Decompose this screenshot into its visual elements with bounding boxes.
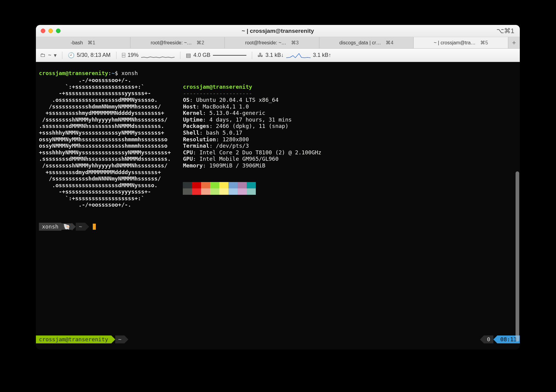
new-tab-button[interactable]: + bbox=[508, 37, 520, 48]
chevron-down-icon: ▾ bbox=[54, 52, 57, 59]
bottom-userhost: crossjam@transerenity bbox=[36, 335, 111, 343]
prompt-command: xonsh bbox=[121, 70, 138, 76]
powerline-arrow-icon bbox=[72, 223, 76, 231]
status-net-down-label: 3.1 kB↓ bbox=[266, 52, 284, 58]
status-net-up-label: 3.1 kB↑ bbox=[313, 52, 331, 58]
info-header: crossjam@transerenity bbox=[183, 84, 252, 90]
status-clock-label: 5/30, 8:13 AM bbox=[77, 52, 111, 58]
tab-label: -bash bbox=[71, 40, 83, 46]
status-mem: ▤ 4.0 GB bbox=[186, 52, 246, 59]
cursor-icon bbox=[93, 224, 96, 230]
status-folder-label: ~ bbox=[48, 52, 51, 58]
window-shortcut: ⌥⌘1 bbox=[496, 27, 514, 35]
swatch-row-top bbox=[183, 182, 321, 188]
tab-4[interactable]: discogs_data | cr…⌘4 bbox=[319, 37, 414, 48]
prompt-sym: $ bbox=[115, 70, 118, 76]
status-cpu: ⌸ 19% bbox=[122, 52, 175, 59]
prompt-cwd: ~ bbox=[111, 70, 115, 76]
tab-label: root@freeside: ~… bbox=[151, 40, 192, 46]
minimize-icon[interactable] bbox=[48, 29, 53, 33]
xonsh-shell-seg: xonsh bbox=[39, 223, 61, 231]
snail-icon: 🐚 bbox=[61, 223, 72, 230]
bottom-cwd: ~ bbox=[115, 335, 125, 343]
titlebar: ~ | crossjam@transerenity ⌥⌘1 bbox=[36, 25, 520, 37]
powerline-arrow-icon bbox=[111, 335, 115, 343]
color-swatches bbox=[183, 182, 321, 195]
status-bar: 🗀 ~ ▾ 🕘 5/30, 8:13 AM ⌸ 19% ▤ 4.0 GB 🖧 3… bbox=[36, 49, 520, 62]
xonsh-cwd-seg: ~ bbox=[76, 223, 85, 231]
status-mem-label: 4.0 GB bbox=[193, 52, 210, 58]
powerline-arrow-icon bbox=[85, 223, 89, 231]
neofetch-info: crossjam@transerenity ------------------… bbox=[183, 77, 321, 208]
scrollbar[interactable] bbox=[516, 171, 519, 342]
folder-icon: 🗀 bbox=[40, 52, 46, 58]
clock-icon: 🕘 bbox=[68, 52, 75, 59]
tab-bar: -bash⌘1 root@freeside: ~…⌘2 root@freesid… bbox=[36, 37, 520, 49]
powerline-arrow-icon bbox=[493, 335, 497, 343]
terminal-window: ~ | crossjam@transerenity ⌥⌘1 -bash⌘1 ro… bbox=[36, 25, 520, 349]
status-cpu-label: 19% bbox=[128, 52, 139, 58]
xonsh-prompt: xonsh 🐚 ~ bbox=[39, 223, 517, 231]
tab-label: ~ | crossjam@tra… bbox=[434, 40, 475, 46]
tab-5[interactable]: ~ | crossjam@tra…⌘5 bbox=[414, 37, 508, 48]
neofetch-output: .-/+oossssoo+/-. `:+ssssssssssssssssss+:… bbox=[39, 77, 517, 208]
info-separator: --------------------- bbox=[183, 90, 252, 96]
neofetch-logo: .-/+oossssoo+/-. `:+ssssssssssssssssss+:… bbox=[39, 77, 171, 208]
powerline-arrow-icon bbox=[124, 335, 128, 343]
prompt-user: crossjam@transerenity bbox=[39, 70, 108, 76]
info-list: OS: Ubuntu 20.04.4 LTS x86_64 Host: MacB… bbox=[183, 97, 321, 169]
network-icon: 🖧 bbox=[258, 52, 263, 58]
tab-label: root@freeside: ~… bbox=[245, 40, 286, 46]
mem-sparkline-icon bbox=[213, 52, 246, 59]
tab-3[interactable]: root@freeside: ~…⌘3 bbox=[225, 37, 319, 48]
window-title: ~ | crossjam@transerenity bbox=[36, 28, 520, 34]
status-folder[interactable]: 🗀 ~ ▾ bbox=[40, 52, 57, 59]
status-clock: 🕘 5/30, 8:13 AM bbox=[68, 52, 111, 59]
tab-shortcut: ⌘3 bbox=[291, 40, 299, 46]
tab-label: discogs_data | cr… bbox=[339, 40, 381, 46]
tab-shortcut: ⌘2 bbox=[196, 40, 204, 46]
tab-shortcut: ⌘4 bbox=[386, 40, 393, 46]
memory-icon: ▤ bbox=[186, 52, 191, 59]
tab-shortcut: ⌘1 bbox=[88, 40, 95, 46]
traffic-lights bbox=[41, 29, 61, 33]
cpu-sparkline-icon bbox=[141, 52, 175, 59]
bottom-powerline: crossjam@transerenity ~ 0 08:13 bbox=[36, 335, 520, 343]
status-net-down: 🖧 3.1 kB↓ 3.1 kB↑ bbox=[258, 52, 331, 59]
net-sparkline-icon bbox=[286, 52, 311, 59]
cpu-icon: ⌸ bbox=[122, 52, 125, 58]
tab-2[interactable]: root@freeside: ~…⌘2 bbox=[130, 37, 225, 48]
terminal-content[interactable]: crossjam@transerenity:~$ xonsh .-/+oosss… bbox=[36, 62, 520, 349]
zoom-icon[interactable] bbox=[56, 29, 61, 33]
tab-1[interactable]: -bash⌘1 bbox=[36, 37, 130, 48]
tab-shortcut: ⌘5 bbox=[480, 40, 488, 46]
prompt-sep: : bbox=[108, 70, 112, 76]
powerline-arrow-icon bbox=[480, 335, 484, 343]
close-icon[interactable] bbox=[41, 29, 45, 33]
bottom-exit: 0 bbox=[484, 335, 493, 343]
swatch-row-bottom bbox=[183, 188, 321, 195]
